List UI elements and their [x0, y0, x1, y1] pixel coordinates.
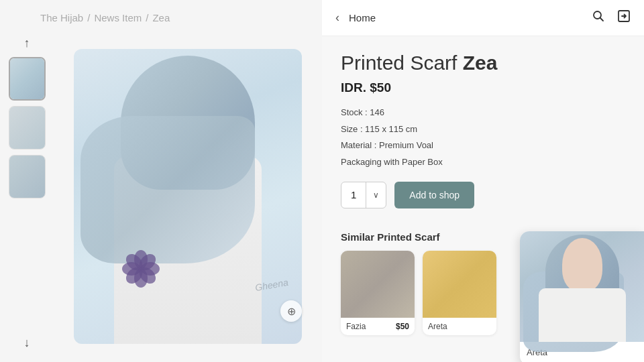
similar-name-areta: Areta	[428, 322, 447, 331]
similar-name-fazia: Fazia	[346, 322, 366, 331]
thumbnail-3[interactable]	[9, 155, 46, 198]
breadcrumb-sep-1: /	[87, 12, 90, 23]
product-title-prefix: Printed Scarf	[341, 52, 463, 74]
right-header: ‹ Home	[322, 0, 644, 36]
similar-price-fazia: $50	[396, 322, 409, 331]
similar-card-areta[interactable]: Areta	[423, 251, 496, 335]
main-product-image: Gheena	[74, 49, 302, 344]
thumbnail-column: ↑ ↓	[0, 30, 54, 362]
back-button[interactable]: ‹	[335, 11, 339, 25]
search-icon[interactable]	[592, 9, 605, 26]
breadcrumb-item-2[interactable]: News Item	[94, 12, 142, 23]
login-icon[interactable]	[617, 9, 631, 26]
product-title: Printed Scarf Zea	[341, 51, 625, 75]
similar-image-fazia	[341, 251, 415, 318]
similar-card-fazia[interactable]: Fazia $50	[341, 251, 415, 335]
stock-info: Stock : 146	[341, 105, 625, 121]
featured-side-card[interactable]: Areta	[520, 231, 644, 362]
product-title-bold: Zea	[463, 52, 498, 74]
header-icons	[592, 9, 631, 26]
product-image-area: ↑ ↓	[0, 30, 322, 362]
add-to-shop-button[interactable]: Add to shop	[394, 182, 474, 208]
right-panel: ‹ Home Printed Scarf Zea IDR. $50 Sto	[322, 0, 644, 362]
featured-side-image	[520, 231, 644, 342]
similar-card-info-fazia: Fazia $50	[341, 318, 415, 335]
similar-title: Similar Printed Scarf	[341, 231, 501, 243]
thumbnail-up-arrow[interactable]: ↑	[24, 37, 30, 49]
similar-items: Fazia $50 Areta	[341, 251, 501, 335]
packaging-info: Packaging with Paper Box	[341, 154, 625, 171]
quantity-chevron[interactable]: ∨	[366, 182, 386, 208]
thumbnail-2[interactable]	[9, 106, 46, 149]
breadcrumb-item-1[interactable]: The Hijab	[40, 12, 83, 23]
home-label[interactable]: Home	[349, 12, 585, 23]
model-scarf	[80, 116, 255, 263]
right-bottom: Similar Printed Scarf Fazia $50	[322, 231, 644, 362]
size-info: Size : 115 x 115 cm	[341, 121, 625, 138]
product-details: Stock : 146 Size : 115 x 115 cm Material…	[341, 105, 625, 171]
product-price: IDR. $50	[341, 80, 625, 95]
thumbnail-1[interactable]	[9, 57, 46, 101]
similar-image-areta	[423, 251, 496, 318]
flower-motif	[121, 250, 161, 290]
breadcrumb-sep-2: /	[146, 12, 148, 23]
product-info: Printed Scarf Zea IDR. $50 Stock : 146 S…	[322, 36, 644, 231]
quantity-selector[interactable]: 1 ∨	[341, 182, 386, 208]
thumbnail-down-arrow[interactable]: ↓	[24, 337, 30, 349]
feat-body	[539, 288, 626, 342]
breadcrumb-item-3: Zea	[152, 12, 170, 23]
left-panel: The Hijab / News Item / Zea ↑ ↓	[0, 0, 322, 362]
breadcrumb: The Hijab / News Item / Zea	[0, 0, 322, 30]
svg-line-1	[600, 18, 604, 21]
quantity-value: 1	[341, 182, 366, 208]
main-image-area: Gheena ⊕	[54, 30, 322, 362]
add-to-shop-row: 1 ∨ Add to shop	[341, 182, 625, 208]
similar-card-info-areta: Areta	[423, 318, 496, 335]
similar-section: Similar Printed Scarf Fazia $50	[322, 231, 520, 362]
material-info: Material : Premium Voal	[341, 137, 625, 154]
feat-head	[562, 238, 602, 292]
zoom-button[interactable]: ⊕	[280, 300, 302, 322]
